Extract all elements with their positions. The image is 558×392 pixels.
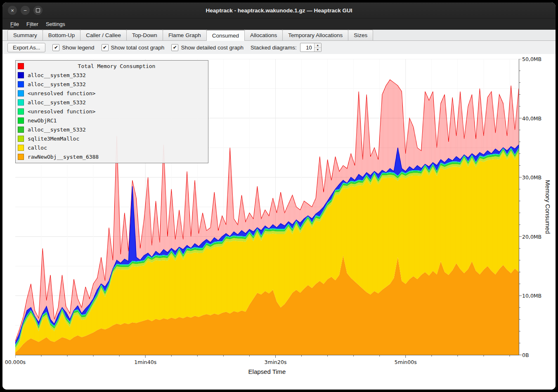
legend-swatch [18, 108, 24, 115]
checkbox-check-icon: ✔ [102, 44, 109, 51]
stacked-diagrams-label: Stacked diagrams: [251, 45, 297, 51]
menu-file[interactable]: File [7, 20, 23, 28]
show-detailed-cost-graph-checkbox[interactable]: ✔ Show detailed cost graph [171, 44, 244, 51]
legend-entry-label: rawNewObj__system_6388 [28, 154, 99, 160]
x-axis-title: Elapsed Time [248, 368, 286, 375]
legend-entry: sqlite3MemMalloc [18, 134, 206, 143]
minimize-icon: − [24, 8, 27, 13]
tab-temporary-allocations[interactable]: Temporary Allocations [282, 30, 348, 40]
x-tick-label: 3min20s [265, 359, 287, 365]
spinner-buttons: ▲ ▼ [314, 43, 321, 52]
y-tick-label: 30,0MB [522, 174, 541, 181]
legend-entry: newObjRC1 [18, 116, 206, 125]
legend-swatch [18, 90, 24, 96]
y-tick-label: 40,0MB [522, 115, 541, 121]
legend-entry-label: alloc__system_5332 [28, 72, 86, 78]
legend-swatch [18, 154, 24, 160]
tab-bottom-up[interactable]: Bottom-Up [43, 30, 81, 40]
legend-swatch [18, 127, 24, 133]
tab-sizes[interactable]: Sizes [348, 30, 373, 40]
legend-swatch [18, 99, 24, 106]
minimize-button[interactable]: − [21, 6, 30, 15]
legend-entry-label: newObjRC1 [28, 117, 57, 124]
legend-entry: <unresolved function> [18, 89, 206, 98]
legend-entry-label: sqlite3MemMalloc [28, 136, 79, 142]
chevron-up-icon: ▲ [316, 44, 319, 47]
tab-caller-callee[interactable]: Caller / Callee [80, 30, 127, 40]
legend-entry-label: alloc__system_5332 [28, 99, 86, 106]
y-tick-label: 50,0MB [522, 56, 541, 62]
y-tick-label: 0B [522, 352, 529, 358]
y-tick-label: 20,0MB [522, 233, 541, 239]
window-title: Heaptrack - heaptrack.wakunode.1.gz — He… [206, 7, 352, 14]
legend-swatch [18, 72, 24, 78]
legend-entry: calloc [18, 143, 206, 152]
toolbar: Export As... ✔ Show legend ✔ Show total … [2, 41, 556, 54]
close-button[interactable]: × [8, 6, 17, 15]
export-as-button[interactable]: Export As... [7, 43, 45, 52]
legend-swatch [18, 136, 24, 142]
legend-title-row: Total Memory Consumption [18, 61, 206, 70]
tab-bar: Summary Bottom-Up Caller / Callee Top-Do… [2, 30, 556, 41]
legend-entry: rawNewObj__system_6388 [18, 152, 206, 161]
legend-entry-label: calloc [28, 145, 47, 151]
checkbox-check-icon: ✔ [171, 44, 178, 51]
chevron-down-icon: ▼ [316, 48, 319, 51]
show-legend-label: Show legend [62, 45, 94, 51]
tab-top-down[interactable]: Top-Down [126, 30, 163, 40]
chart-legend: Total Memory Consumptionalloc__system_53… [15, 60, 208, 163]
legend-swatch [18, 145, 24, 151]
legend-entry-label: alloc__system_5332 [28, 127, 86, 133]
legend-title: Total Memory Consumption [28, 63, 206, 69]
x-tick-label: 5min00s [395, 359, 417, 365]
stacked-diagrams-control: Stacked diagrams: 10 ▲ ▼ [251, 43, 322, 52]
show-total-cost-graph-label: Show total cost graph [111, 45, 165, 51]
tab-summary[interactable]: Summary [7, 30, 43, 40]
y-axis-title: Memory Consumed [544, 180, 551, 234]
consumed-chart[interactable]: Total Memory Consumptionalloc__system_53… [2, 54, 556, 390]
stacked-diagrams-spinbox[interactable]: 10 ▲ ▼ [300, 43, 322, 52]
legend-entry-label: <unresolved function> [28, 108, 95, 115]
x-tick-label: 1min40s [134, 359, 156, 365]
screen: × − Heaptrack - heaptrack.wakunode.1.gz … [0, 0, 558, 392]
legend-swatch-total [18, 63, 24, 69]
window-controls: × − [8, 2, 43, 18]
show-legend-checkbox[interactable]: ✔ Show legend [52, 44, 94, 51]
legend-entry: <unresolved function> [18, 107, 206, 116]
show-total-cost-graph-checkbox[interactable]: ✔ Show total cost graph [102, 44, 165, 51]
legend-entry: alloc__system_5332 [18, 70, 206, 80]
legend-swatch [18, 81, 24, 87]
legend-entry: alloc__system_5332 [18, 80, 206, 89]
maximize-icon [36, 8, 40, 12]
spin-down-button[interactable]: ▼ [314, 47, 321, 52]
tab-consumed[interactable]: Consumed [206, 30, 245, 41]
show-detailed-cost-graph-label: Show detailed cost graph [181, 45, 244, 51]
close-icon: × [11, 8, 14, 13]
checkbox-check-icon: ✔ [52, 44, 59, 51]
legend-entry-label: alloc__system_5332 [28, 81, 86, 87]
legend-entry: alloc__system_5332 [18, 125, 206, 134]
maximize-button[interactable] [33, 6, 43, 15]
application-window: × − Heaptrack - heaptrack.wakunode.1.gz … [2, 2, 556, 390]
stacked-diagrams-value[interactable]: 10 [300, 43, 314, 52]
x-tick-label: 00.000s [5, 359, 26, 365]
legend-entry-label: <unresolved function> [28, 90, 95, 96]
menu-settings[interactable]: Settings [42, 20, 69, 28]
tab-flame-graph[interactable]: Flame Graph [163, 30, 207, 40]
legend-entry: alloc__system_5332 [18, 98, 206, 107]
title-bar[interactable]: × − Heaptrack - heaptrack.wakunode.1.gz … [2, 2, 556, 19]
tab-allocations[interactable]: Allocations [244, 30, 283, 40]
menu-filter[interactable]: Filter [23, 20, 42, 28]
legend-swatch [18, 117, 24, 124]
spin-up-button[interactable]: ▲ [314, 43, 321, 47]
menu-bar: File Filter Settings [2, 19, 556, 30]
y-tick-label: 10,0MB [522, 293, 541, 299]
